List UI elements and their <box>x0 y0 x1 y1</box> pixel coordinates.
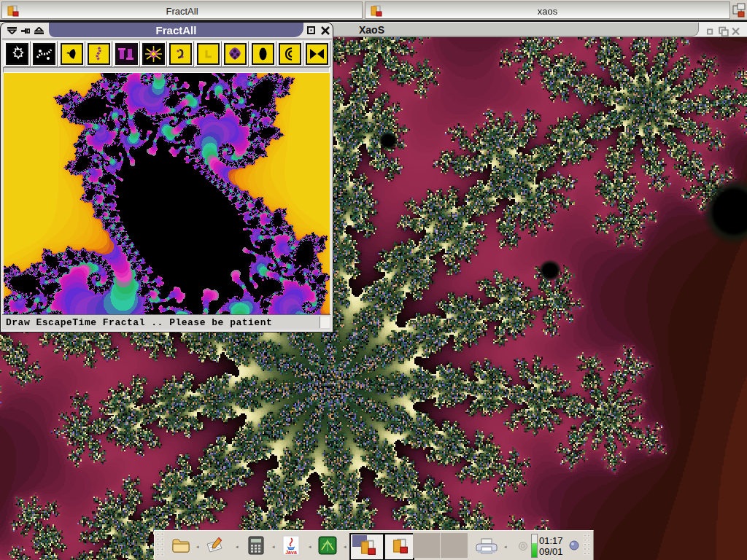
svg-text:Java: Java <box>285 550 297 555</box>
